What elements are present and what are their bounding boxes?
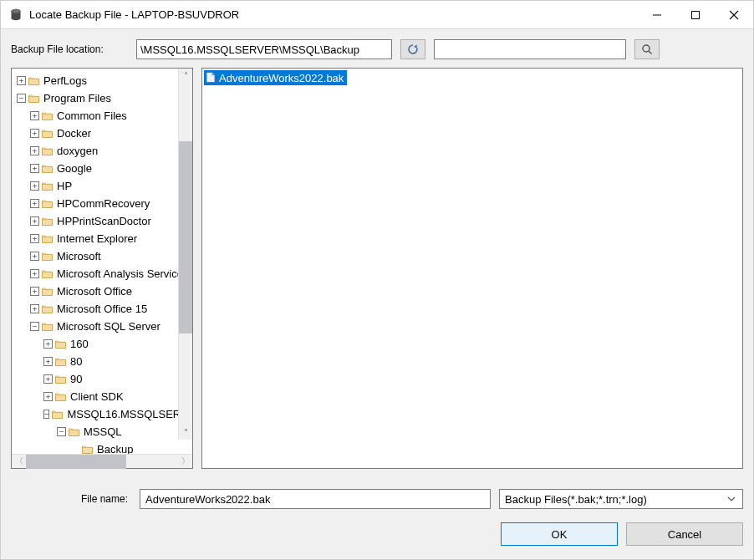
tree-node[interactable]: 160: [12, 335, 192, 353]
tree-node[interactable]: MSSQL: [12, 423, 192, 440]
tree-expander-icon[interactable]: [43, 357, 53, 366]
tree-node[interactable]: Client SDK: [12, 388, 192, 405]
tree-node[interactable]: Backup: [12, 440, 192, 454]
tree-node[interactable]: 90: [12, 370, 192, 388]
tree-expander-icon[interactable]: [17, 76, 26, 85]
button-row: OK Cancel: [11, 522, 743, 546]
search-button[interactable]: [634, 39, 660, 59]
folder-icon: [42, 199, 53, 209]
folder-icon: [42, 129, 53, 139]
folder-icon: [42, 287, 53, 297]
tree-expander-icon[interactable]: [30, 111, 39, 120]
tree-expander-icon[interactable]: [30, 129, 39, 138]
tree-node-label: PerfLogs: [43, 74, 87, 87]
tree-expander-icon[interactable]: [30, 216, 39, 226]
tree-node[interactable]: Microsoft SQL Server: [12, 318, 192, 335]
folder-icon: [42, 216, 53, 227]
file-item-label: AdventureWorks2022.bak: [219, 72, 344, 84]
scroll-up-arrow[interactable]: ˄: [179, 69, 192, 83]
tree-node-label: 80: [70, 355, 82, 368]
tree-node[interactable]: 80: [12, 353, 192, 370]
folder-icon: [52, 410, 64, 420]
maximize-button[interactable]: [676, 1, 715, 29]
tree-expander-icon[interactable]: [43, 339, 53, 349]
tree-node[interactable]: Microsoft: [12, 247, 192, 265]
tree-node-label: Backup: [97, 443, 133, 454]
tree-expander-icon[interactable]: [17, 94, 26, 103]
folder-icon: [55, 357, 67, 367]
tree-expander-icon[interactable]: [30, 164, 39, 173]
minimize-button[interactable]: [638, 1, 676, 29]
search-input[interactable]: [434, 39, 626, 59]
folder-tree: PerfLogsProgram FilesCommon FilesDockerd…: [12, 69, 192, 454]
tree-horizontal-scrollbar[interactable]: 〈 〉: [12, 454, 192, 468]
tree-node[interactable]: HPCommRecovery: [12, 195, 192, 212]
tree-node[interactable]: PerfLogs: [12, 72, 192, 89]
tree-expander-icon[interactable]: [43, 374, 53, 384]
filename-input[interactable]: [140, 489, 491, 509]
tree-expander-icon[interactable]: [30, 287, 39, 296]
tree-node-label: HPPrintScanDoctor: [57, 215, 151, 227]
tree-expander-icon[interactable]: [57, 427, 66, 436]
svg-point-7: [643, 45, 650, 52]
filename-label: File name:: [81, 493, 128, 505]
tree-expander-icon[interactable]: [30, 304, 39, 313]
tree-expander-icon[interactable]: [43, 392, 53, 401]
tree-node[interactable]: Microsoft Analysis Services: [12, 265, 192, 283]
tree-node-label: Client SDK: [70, 390, 124, 403]
tree-expander-icon[interactable]: [30, 269, 39, 278]
close-button[interactable]: [715, 1, 753, 29]
tree-expander-icon[interactable]: [30, 199, 39, 208]
location-bar: Backup File location:: [1, 29, 753, 68]
tree-vertical-scrollbar[interactable]: ˄ ˅: [178, 69, 192, 440]
tree-node-label: 90: [70, 373, 82, 385]
folder-icon: [42, 322, 53, 332]
database-icon: [9, 8, 23, 22]
location-path-input[interactable]: [136, 39, 392, 59]
window-title: Locate Backup File - LAPTOP-BSUVDROR: [29, 8, 239, 21]
folder-tree-scroll[interactable]: PerfLogsProgram FilesCommon FilesDockerd…: [12, 69, 192, 454]
tree-node[interactable]: Microsoft Office 15: [12, 300, 192, 318]
tree-node[interactable]: Microsoft Office: [12, 283, 192, 300]
file-list-panel: AdventureWorks2022.bak: [201, 68, 743, 469]
folder-icon: [42, 146, 53, 156]
tree-node[interactable]: HP: [12, 177, 192, 195]
tree-expander-icon[interactable]: [30, 234, 39, 243]
tree-node[interactable]: Google: [12, 160, 192, 177]
tree-node-label: Common Files: [57, 109, 127, 122]
horizontal-scroll-thumb[interactable]: [26, 455, 126, 469]
scroll-left-arrow[interactable]: 〈: [12, 455, 26, 469]
tree-expander-icon[interactable]: [30, 146, 39, 155]
refresh-icon: [407, 43, 419, 55]
tree-node[interactable]: doxygen: [12, 142, 192, 160]
tree-expander-icon[interactable]: [30, 322, 39, 331]
tree-node-label: Docker: [57, 127, 91, 140]
svg-line-8: [649, 51, 652, 54]
folder-icon: [55, 392, 67, 402]
scroll-down-arrow[interactable]: ˅: [179, 425, 192, 440]
tree-node[interactable]: HPPrintScanDoctor: [12, 212, 192, 230]
tree-node[interactable]: Docker: [12, 125, 192, 142]
tree-expander-icon[interactable]: [43, 410, 49, 419]
folder-tree-panel: PerfLogsProgram FilesCommon FilesDockerd…: [11, 68, 193, 469]
folder-icon: [42, 111, 53, 121]
refresh-button[interactable]: [400, 39, 425, 59]
cancel-button[interactable]: Cancel: [626, 522, 743, 546]
tree-expander-icon[interactable]: [30, 252, 39, 261]
vertical-scroll-thumb[interactable]: [179, 141, 192, 333]
file-item[interactable]: AdventureWorks2022.bak: [204, 70, 347, 85]
tree-expander-icon[interactable]: [30, 181, 39, 191]
tree-node[interactable]: MSSQL16.MSSQLSERVER: [12, 405, 192, 423]
ok-button[interactable]: OK: [501, 522, 618, 546]
scroll-right-arrow[interactable]: 〉: [178, 455, 192, 469]
svg-point-1: [12, 8, 21, 13]
tree-node[interactable]: Internet Explorer: [12, 230, 192, 247]
tree-node[interactable]: Program Files: [12, 89, 192, 107]
folder-icon: [28, 76, 40, 86]
tree-node[interactable]: Common Files: [12, 107, 192, 125]
tree-node-label: MSSQL: [84, 425, 122, 438]
filetype-select[interactable]: Backup Files(*.bak;*.trn;*.log): [499, 489, 743, 509]
file-list: AdventureWorks2022.bak: [202, 69, 742, 88]
main-area: PerfLogsProgram FilesCommon FilesDockerd…: [1, 68, 753, 481]
filename-row: File name: Backup Files(*.bak;*.trn;*.lo…: [11, 489, 743, 509]
